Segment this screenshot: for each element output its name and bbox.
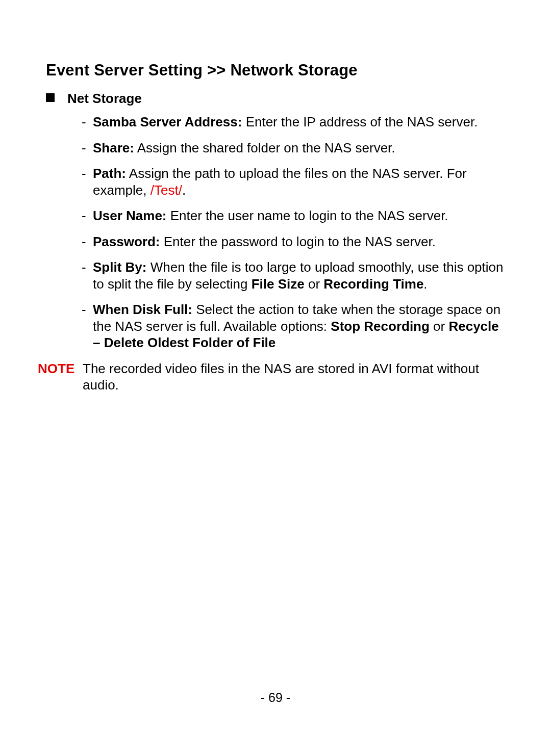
item-label: Password:: [93, 234, 160, 249]
page-title: Event Server Setting >> Network Storage: [46, 61, 505, 80]
section-title: Net Storage: [67, 91, 505, 107]
dash-icon: -: [82, 165, 86, 182]
list-item: - User Name: Enter the user name to logi…: [82, 207, 505, 224]
item-label: Split By:: [93, 259, 146, 275]
dash-icon: -: [82, 140, 86, 157]
item-tail: .: [182, 183, 186, 198]
dash-icon: -: [82, 259, 86, 276]
dash-icon: -: [82, 301, 86, 318]
square-bullet-icon: [46, 93, 55, 102]
item-label: Path:: [93, 166, 126, 181]
list-item: - Samba Server Address: Enter the IP add…: [82, 114, 505, 131]
item-list: - Samba Server Address: Enter the IP add…: [67, 114, 505, 351]
item-label: When Disk Full:: [93, 302, 192, 317]
item-mid-text: or: [430, 319, 449, 334]
dash-icon: -: [82, 114, 86, 131]
list-item: - Split By: When the file is too large t…: [82, 259, 505, 292]
list-item: - Path: Assign the path to upload the fi…: [82, 165, 505, 198]
item-label: Samba Server Address:: [93, 114, 242, 129]
item-red-text: /Test/: [151, 183, 182, 198]
item-label: Share:: [93, 140, 134, 155]
item-text: Enter the user name to login to the NAS …: [167, 208, 448, 223]
note-text: The recorded video files in the NAS are …: [83, 361, 479, 393]
list-item: - When Disk Full: Select the action to t…: [82, 301, 505, 351]
item-bold-inline: Stop Recording: [331, 319, 430, 334]
section-net-storage: Net Storage - Samba Server Address: Ente…: [46, 91, 505, 351]
dash-icon: -: [82, 233, 86, 250]
item-text: Assign the path to upload the files on t…: [93, 166, 467, 198]
page-number: - 69 -: [0, 690, 551, 705]
item-tail: .: [423, 276, 427, 292]
dash-icon: -: [82, 207, 86, 224]
item-bold-inline: File Size: [252, 276, 305, 292]
item-text: Assign the shared folder on the NAS serv…: [134, 140, 395, 155]
item-text: Enter the password to login to the NAS s…: [160, 234, 436, 249]
list-item: - Password: Enter the password to login …: [82, 233, 505, 250]
item-bold-inline: Recording Time: [323, 276, 423, 292]
list-item: - Share: Assign the shared folder on the…: [82, 140, 505, 157]
item-label: User Name:: [93, 208, 167, 223]
item-mid-text: or: [305, 276, 324, 292]
note-block: NOTE The recorded video files in the NAS…: [46, 360, 505, 394]
note-label: NOTE: [38, 360, 74, 377]
item-text: Enter the IP address of the NAS server.: [242, 114, 478, 129]
